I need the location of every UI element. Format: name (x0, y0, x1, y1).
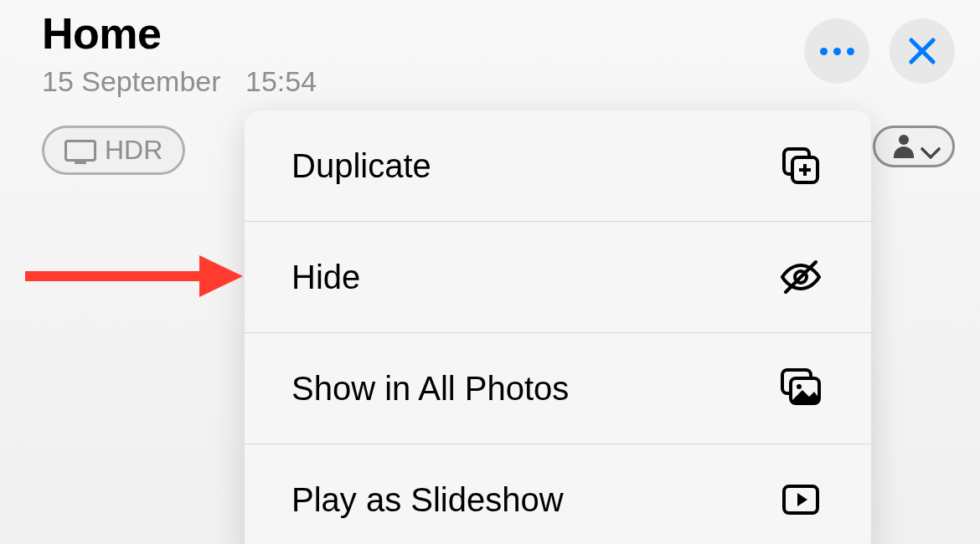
date-label: 15 September (42, 65, 221, 97)
header: Home 15 September 15:54 (0, 0, 980, 98)
menu-label: Show in All Photos (291, 370, 569, 408)
menu-label: Duplicate (291, 147, 431, 185)
menu-item-duplicate[interactable]: Duplicate (245, 110, 871, 221)
hdr-badge[interactable]: HDR (42, 126, 185, 175)
hdr-label: HDR (105, 135, 162, 166)
menu-item-hide[interactable]: Hide (245, 221, 871, 332)
chevron-down-icon (922, 141, 939, 151)
menu-label: Hide (291, 259, 360, 296)
hide-icon (777, 254, 824, 300)
close-icon (907, 36, 937, 66)
top-buttons (804, 18, 955, 84)
menu-item-slideshow[interactable]: Play as Slideshow (245, 444, 871, 544)
arrow-head-icon (199, 255, 243, 297)
more-icon (820, 48, 854, 55)
all-photos-icon (777, 365, 824, 412)
arrow-line (25, 271, 205, 281)
arrow-annotation (25, 257, 243, 294)
context-menu: Duplicate Hide Show in All Photos (245, 110, 871, 544)
menu-item-show-all-photos[interactable]: Show in All Photos (245, 332, 871, 444)
person-badge[interactable] (873, 126, 955, 167)
display-icon (64, 140, 96, 162)
menu-label: Play as Slideshow (291, 481, 564, 519)
person-icon (892, 135, 916, 158)
time-label: 15:54 (245, 65, 317, 97)
svg-point-8 (797, 384, 802, 389)
more-button[interactable] (804, 18, 869, 84)
slideshow-icon (777, 476, 824, 523)
close-button[interactable] (890, 18, 955, 84)
duplicate-icon (777, 142, 824, 189)
